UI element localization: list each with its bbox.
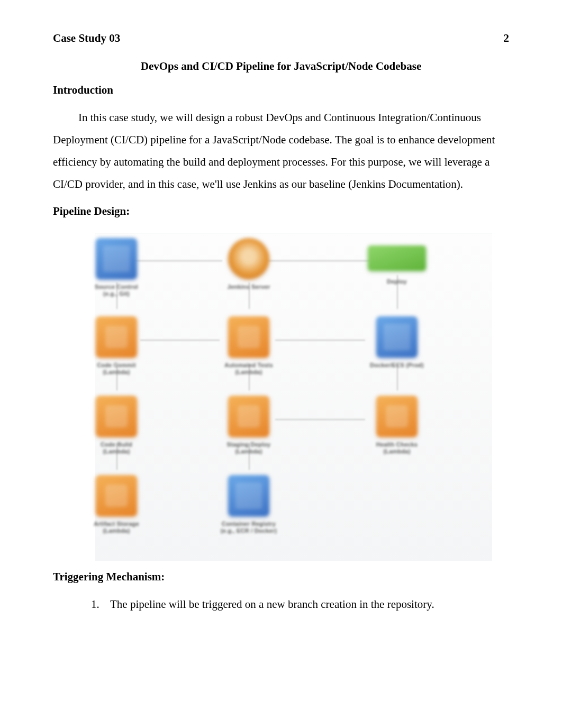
diagram-node-label: Automated Tests (Lambda)	[220, 362, 278, 376]
section-heading-introduction: Introduction	[53, 84, 509, 97]
pipeline-diagram: Source Control (e.g., Git) Jenkins Serve…	[53, 228, 492, 561]
diagram-node-label: Source Control (e.g., Git)	[87, 284, 146, 297]
diagram-node-label: Deploy	[368, 278, 426, 286]
diagram-node-label: Code Build (Lambda)	[87, 441, 146, 455]
container-icon	[376, 316, 418, 358]
section-heading-triggering: Triggering Mechanism:	[53, 570, 509, 584]
diagram-node-automated-tests: Automated Tests (Lambda)	[220, 316, 278, 376]
list-number: 1.	[91, 593, 103, 615]
connector	[275, 340, 365, 341]
page-header: Case Study 03 2	[53, 32, 509, 45]
diagram-node-label: Health Checks (Lambda)	[368, 441, 426, 455]
diagram-node-container-registry: Container Registry (e.g., ECR / Docker)	[220, 475, 278, 534]
registry-icon	[228, 475, 269, 516]
connector	[132, 260, 222, 261]
connector	[275, 419, 365, 420]
list-text: The pipeline will be triggered on a new …	[110, 593, 434, 615]
triggering-list-item: 1. The pipeline will be triggered on a n…	[91, 593, 509, 615]
diagram-node-label: Container Registry (e.g., ECR / Docker)	[220, 521, 278, 534]
diagram-node-deploy: Deploy	[368, 238, 426, 286]
diagram-node-health-check: Health Checks (Lambda)	[368, 396, 426, 455]
diagram-node-code-build: Code Build (Lambda)	[87, 396, 146, 455]
diagram-node-label: Artifact Storage (Lambda)	[87, 521, 146, 534]
page-number: 2	[504, 32, 510, 45]
lambda-icon	[96, 396, 137, 437]
lambda-icon	[228, 316, 269, 358]
diagram-node-staging-deploy: Staging Deploy (Lambda)	[220, 396, 278, 455]
connector	[140, 340, 220, 341]
diagram-node-label: Code Commit (Lambda)	[87, 362, 146, 376]
source-control-icon	[96, 238, 137, 279]
diagram-node-docker-ecs: Docker/ECS (Prod)	[368, 316, 426, 369]
diagram-node-label: Jenkins Server	[220, 284, 278, 291]
diagram-background	[95, 233, 492, 561]
diagram-node-code-commit: Code Commit (Lambda)	[87, 316, 146, 376]
diagram-node-label: Docker/ECS (Prod)	[368, 362, 426, 369]
lambda-icon	[96, 475, 137, 516]
introduction-text: In this case study, we will design a rob…	[53, 111, 495, 190]
header-left-label: Case Study 03	[53, 32, 120, 45]
connector	[265, 260, 370, 261]
lambda-icon	[228, 396, 269, 437]
jenkins-icon	[228, 238, 269, 279]
section-heading-pipeline-design: Pipeline Design:	[53, 205, 509, 218]
diagram-node-label: Staging Deploy (Lambda)	[220, 441, 278, 455]
deploy-icon	[368, 245, 426, 271]
diagram-node-jenkins: Jenkins Server	[220, 238, 278, 291]
lambda-icon	[96, 316, 137, 358]
diagram-node-artifact-storage: Artifact Storage (Lambda)	[87, 475, 146, 534]
lambda-icon	[376, 396, 418, 437]
introduction-paragraph: In this case study, we will design a rob…	[53, 106, 509, 195]
diagram-node-source-control: Source Control (e.g., Git)	[87, 238, 146, 297]
document-title: DevOps and CI/CD Pipeline for JavaScript…	[53, 60, 509, 73]
